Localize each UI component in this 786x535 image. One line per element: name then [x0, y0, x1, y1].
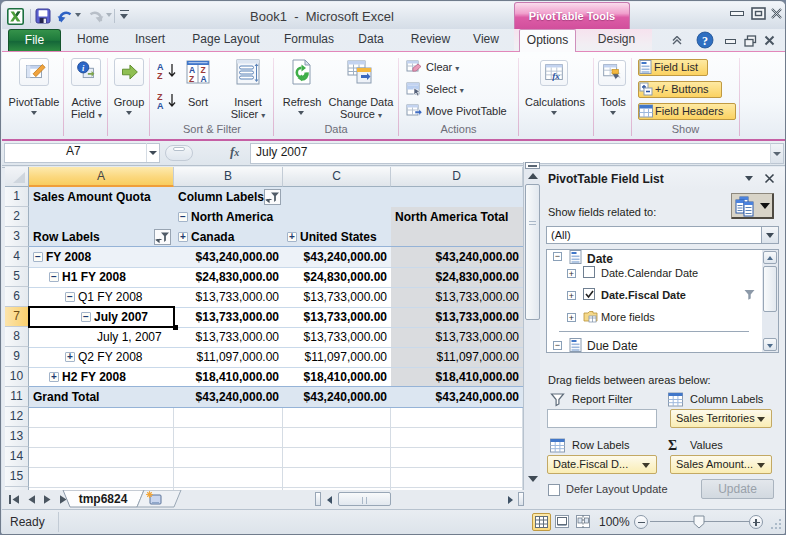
svg-text:?: ?	[702, 34, 708, 48]
svg-text:fx: fx	[552, 71, 560, 81]
svg-text:A: A	[201, 74, 207, 84]
svg-text:Z: Z	[189, 74, 194, 84]
svg-text:Z: Z	[157, 71, 163, 80]
svg-text:tmp6824: tmp6824	[79, 492, 128, 506]
svg-text:A: A	[157, 101, 164, 110]
